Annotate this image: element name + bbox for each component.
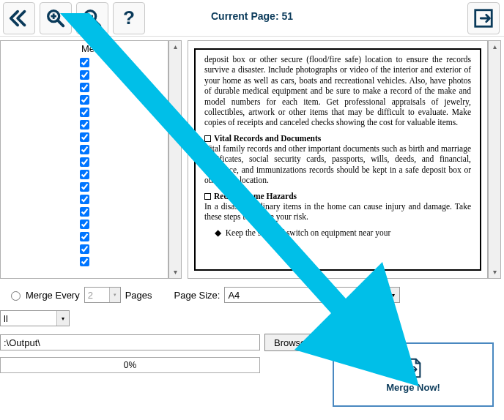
- page-checkbox[interactable]: [80, 145, 89, 154]
- list-item[interactable]: [80, 94, 168, 106]
- list-item[interactable]: [80, 81, 168, 94]
- list-item[interactable]: [80, 206, 168, 218]
- preview-panel: deposit box or other secure (flood/fire …: [188, 40, 488, 279]
- scroll-down-icon[interactable]: ▾: [169, 266, 181, 278]
- merge-now-label: Merge Now!: [386, 382, 440, 393]
- page-checkbox[interactable]: [80, 220, 89, 229]
- zoom-out-icon: [81, 7, 103, 29]
- zoom-out-button[interactable]: [76, 2, 108, 34]
- list-item[interactable]: [80, 218, 168, 230]
- page-checkbox[interactable]: [80, 95, 89, 105]
- list-item[interactable]: [80, 181, 168, 193]
- unit-value: ll: [4, 313, 8, 324]
- list-item[interactable]: [80, 131, 168, 143]
- list-item[interactable]: [80, 193, 168, 206]
- page-checkbox[interactable]: [80, 83, 89, 92]
- scroll-up-icon[interactable]: ▴: [489, 41, 500, 53]
- page-checkbox[interactable]: [80, 170, 89, 179]
- page-checkbox[interactable]: [80, 232, 89, 241]
- bullet-icon: ◆: [215, 228, 226, 237]
- zoom-in-button[interactable]: [40, 2, 72, 34]
- unit-select[interactable]: ll ▾: [0, 310, 70, 326]
- browse-button[interactable]: Browse: [264, 334, 315, 351]
- svg-line-1: [58, 20, 64, 26]
- progress-text: 0%: [124, 360, 136, 370]
- page-checkbox[interactable]: [80, 257, 89, 266]
- progress-bar: 0%: [0, 357, 260, 373]
- scroll-up-icon[interactable]: ▴: [169, 41, 181, 53]
- page-checkbox[interactable]: [80, 132, 89, 142]
- scroll-down-icon[interactable]: ▾: [489, 266, 500, 278]
- page-checkbox[interactable]: [80, 182, 89, 192]
- chevron-down-icon[interactable]: ▾: [109, 288, 120, 302]
- page-size-value: A4: [228, 290, 240, 301]
- preview-sec1-body: Vital family records and other important…: [204, 144, 471, 184]
- pages-label: Pages: [125, 290, 152, 301]
- list-item[interactable]: [80, 69, 168, 81]
- merge-every-value: 2: [88, 290, 93, 301]
- help-button[interactable]: ?: [113, 2, 145, 34]
- checkbox-icon: [204, 135, 211, 142]
- preview-text: deposit box or other secure (flood/fire …: [204, 54, 471, 128]
- output-path-input[interactable]: :\Output\: [0, 334, 260, 350]
- merge-column-header: Merge: [1, 41, 168, 56]
- svg-line-5: [94, 20, 100, 26]
- list-item[interactable]: [80, 106, 168, 119]
- zoom-in-icon: [45, 7, 67, 29]
- page-checkbox[interactable]: [80, 195, 89, 204]
- preview-scrollbar[interactable]: ▴ ▾: [488, 40, 501, 279]
- chevron-down-icon[interactable]: ▾: [387, 288, 399, 302]
- page-checkbox[interactable]: [80, 58, 89, 67]
- page-checkbox[interactable]: [80, 244, 89, 254]
- browse-label: Browse: [274, 337, 305, 348]
- list-item[interactable]: [80, 243, 168, 255]
- merge-every-radio[interactable]: Merge Every: [7, 289, 80, 301]
- page-size-label: Page Size:: [174, 290, 220, 301]
- undo-double-icon: [8, 7, 30, 29]
- output-path-value: :\Output\: [4, 337, 40, 348]
- exit-button[interactable]: [467, 2, 500, 34]
- merge-every-label: Merge Every: [26, 290, 80, 301]
- list-item[interactable]: [80, 119, 168, 131]
- preview-sec2-title: Reduce Home Hazards: [214, 192, 297, 200]
- page-checkbox[interactable]: [80, 157, 89, 167]
- page-checkbox[interactable]: [80, 207, 89, 217]
- list-item[interactable]: [80, 143, 168, 156]
- page-checkbox[interactable]: [80, 70, 89, 80]
- svg-text:?: ?: [123, 7, 135, 29]
- preview-bullet: Keep the shut-off switch on equipment ne…: [226, 228, 391, 237]
- page-checkbox[interactable]: [80, 108, 89, 117]
- merge-document-icon: [402, 357, 424, 379]
- list-item[interactable]: [80, 156, 168, 168]
- merge-every-radio-input[interactable]: [11, 291, 21, 301]
- back-button[interactable]: [3, 2, 35, 34]
- merge-every-spinner[interactable]: 2 ▾: [84, 287, 121, 303]
- merge-now-button[interactable]: Merge Now!: [333, 342, 494, 407]
- list-item[interactable]: [80, 56, 168, 69]
- page-preview: deposit box or other secure (flood/fire …: [194, 48, 481, 271]
- list-item[interactable]: [80, 255, 168, 268]
- page-list-scrollbar[interactable]: ▴ ▾: [168, 40, 182, 279]
- page-check-list: [1, 56, 168, 278]
- preview-sec1-title: Vital Records and Documents: [214, 134, 321, 143]
- page-list-panel: Merge: [0, 40, 168, 279]
- preview-sec2-body: In a disaster, ordinary items in the hom…: [204, 202, 471, 221]
- checkbox-icon: [204, 193, 211, 200]
- list-item[interactable]: [80, 230, 168, 243]
- exit-icon: [472, 7, 494, 29]
- page-checkbox[interactable]: [80, 120, 89, 130]
- chevron-down-icon[interactable]: ▾: [56, 311, 69, 326]
- current-page-label: Current Page: 51: [211, 10, 293, 22]
- page-size-select[interactable]: A4 ▾: [224, 287, 400, 303]
- question-icon: ?: [118, 7, 140, 29]
- list-item[interactable]: [80, 168, 168, 181]
